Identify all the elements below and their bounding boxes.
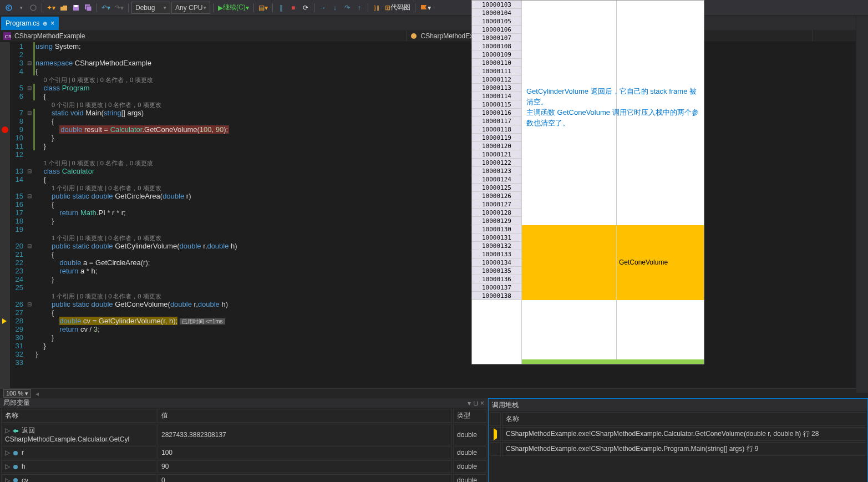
locals-pin-icon[interactable]: ⊔ — [473, 399, 478, 407]
stack-frame-label: GetConeVolume — [619, 258, 668, 266]
current-frame-icon — [494, 428, 497, 440]
pin-icon[interactable]: ⊕ — [43, 21, 47, 27]
locals-panel: 局部变量 ▾⊔× 名称 值 类型 ▷返回 CSharpMethodExample… — [0, 398, 488, 482]
callstack-row[interactable]: CSharpMethodExample.exe!CSharpMethodExam… — [490, 427, 866, 441]
svg-point-11 — [13, 465, 18, 469]
code-editor[interactable]: 1234567891011121314151617181920212223242… — [0, 42, 868, 388]
locals-dropdown-icon[interactable]: ▾ — [468, 399, 471, 407]
nav-scope[interactable]: C# CSharpMethodExample — [0, 30, 407, 42]
line-numbers: 1234567891011121314151617181920212223242… — [10, 42, 26, 388]
svg-rect-3 — [74, 5, 78, 7]
open-icon[interactable] — [58, 2, 69, 14]
svg-text:C#: C# — [5, 34, 11, 39]
nav-back-icon[interactable] — [3, 2, 14, 14]
close-icon[interactable]: × — [50, 19, 54, 27]
locals-close-icon[interactable]: × — [480, 399, 484, 407]
var-icon — [12, 476, 19, 482]
svg-rect-9 — [16, 430, 18, 432]
var-icon — [12, 427, 19, 435]
step-into-icon[interactable]: ↓ — [329, 2, 341, 14]
undo-icon[interactable]: ↶▾ — [100, 2, 112, 14]
nav-bar: C# CSharpMethodExample CSharpMethodExamp… — [0, 30, 868, 42]
memory-annotation: GetCylinderVolume 返回后，它自己的 stack frame 被… — [524, 84, 702, 130]
nav-forward-icon[interactable] — [28, 2, 39, 14]
scroll-left-icon[interactable]: ◂ — [35, 390, 39, 398]
config-select[interactable]: Debug — [131, 2, 170, 14]
step-out-icon[interactable]: ↑ — [354, 2, 365, 14]
codemap-label: 代码图 — [390, 3, 410, 12]
memory-content: GetConeVolumeGetCylinderVolume 返回后，它自己的 … — [522, 1, 704, 364]
file-tab[interactable]: Program.cs ⊕ × — [1, 17, 59, 30]
col-value[interactable]: 值 — [158, 409, 452, 423]
main-toolbar: ▾ ✦▾ ↶▾ ↷▾ Debug Any CPU ▶ 继续(C) ▾ ▤▾ ‖ … — [0, 0, 868, 16]
locals-row[interactable]: ▷cv0double — [1, 474, 486, 482]
callstack-row[interactable]: CSharpMethodExample.exe!CSharpMethodExam… — [490, 442, 866, 456]
memory-overlay: 1000010310000104100001051000010610000107… — [471, 0, 704, 364]
callstack-title: 调用堆栈 — [492, 400, 519, 410]
callstack-table: 名称 CSharpMethodExample.exe!CSharpMethodE… — [489, 411, 867, 457]
nav-scope-label: CSharpMethodExample — [14, 32, 85, 40]
continue-label: 继续(C) — [223, 3, 246, 12]
svg-point-8 — [411, 33, 417, 39]
step-over-icon[interactable]: ↷ — [342, 2, 353, 14]
nav-dropdown-icon[interactable]: ▾ — [16, 2, 27, 14]
svg-point-0 — [6, 5, 12, 11]
locals-row[interactable]: ▷h90double — [1, 460, 486, 473]
pause-icon[interactable]: ‖ — [276, 2, 287, 14]
locals-row[interactable]: ▷r100double — [1, 447, 486, 459]
fold-gutter[interactable]: ⊟⊟⊟⊟⊟⊟⊟ — [26, 42, 33, 388]
var-icon — [12, 463, 19, 471]
stack-icon[interactable]: ⫿⫿ — [371, 2, 382, 14]
svg-point-1 — [31, 5, 36, 11]
class-icon — [410, 32, 418, 40]
code-area[interactable]: using System;namespace CSharpMethodExamp… — [33, 42, 868, 388]
restart-icon[interactable]: ⟳ — [300, 2, 311, 14]
locals-table: 名称 值 类型 ▷返回 CSharpMethodExample.Calculat… — [0, 408, 488, 482]
process-icon[interactable]: ▤▾ — [257, 2, 270, 14]
cs-col-name[interactable]: 名称 — [502, 412, 866, 426]
breakpoint-gutter[interactable] — [0, 42, 10, 388]
memory-addresses: 1000010310000104100001051000010610000107… — [472, 1, 522, 364]
col-type[interactable]: 类型 — [453, 409, 486, 423]
callstack-header: 调用堆栈 — [489, 399, 867, 411]
svg-point-12 — [13, 478, 18, 482]
right-sidebar[interactable] — [856, 16, 868, 393]
locals-row[interactable]: ▷返回 CSharpMethodExample.Calculator.GetCy… — [1, 424, 486, 445]
save-icon[interactable] — [70, 2, 82, 14]
codemap-button[interactable]: ⊞ 代码图 — [383, 2, 412, 14]
locals-header: 局部变量 ▾⊔× — [0, 398, 488, 408]
show-next-icon[interactable]: → — [317, 2, 328, 14]
locals-title: 局部变量 — [3, 398, 30, 408]
callstack-panel: 调用堆栈 名称 CSharpMethodExample.exe!CSharpMe… — [488, 398, 868, 482]
save-all-icon[interactable] — [83, 2, 94, 14]
csharp-icon: C# — [3, 32, 11, 40]
svg-rect-5 — [87, 6, 92, 11]
col-name[interactable]: 名称 — [1, 409, 156, 423]
tab-label: Program.cs — [6, 19, 39, 27]
new-item-icon[interactable]: ✦▾ — [45, 2, 57, 14]
var-icon — [12, 449, 19, 457]
zoom-select[interactable]: 100 % ▾ — [3, 389, 31, 398]
stop-icon[interactable]: ■ — [288, 2, 299, 14]
continue-button[interactable]: ▶ 继续(C) ▾ — [216, 2, 251, 14]
zoom-bar: 100 % ▾ ◂ — [0, 388, 868, 398]
platform-select[interactable]: Any CPU — [171, 2, 210, 14]
redo-icon[interactable]: ↷▾ — [113, 2, 125, 14]
svg-point-10 — [13, 451, 18, 455]
flag-icon[interactable]: ▾ — [418, 2, 433, 14]
file-tabs: Program.cs ⊕ × — [0, 16, 868, 30]
